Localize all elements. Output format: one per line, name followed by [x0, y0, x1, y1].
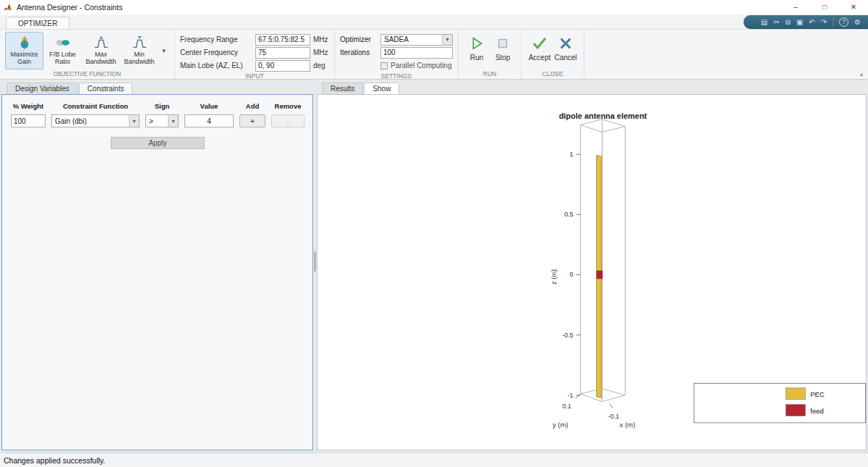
parallel-computing-checkbox[interactable] — [380, 62, 388, 70]
parallel-computing-label: Parallel Computing — [391, 62, 452, 70]
run-button[interactable]: Run — [465, 32, 488, 70]
tab-design-variables[interactable]: Design Variables — [7, 83, 78, 94]
display-panel: Results Show dipole antenna element — [317, 80, 868, 453]
constraints-panel: Design Variables Constraints % Weight Co… — [0, 80, 313, 453]
z-tick-0: 0 — [570, 271, 574, 278]
feed-point — [597, 271, 603, 279]
collapse-ribbon-icon[interactable]: ▴ — [860, 71, 863, 77]
run-icon — [469, 35, 485, 51]
maximize-button[interactable]: □ — [810, 0, 839, 14]
constraint-function-select[interactable]: Gain (dbi) ▾ — [51, 114, 140, 127]
max-bandwidth-button[interactable]: Max Bandwidth — [82, 32, 120, 70]
parallel-computing-option[interactable]: Parallel Computing — [380, 62, 453, 70]
y-axis-label: y (m) — [553, 421, 569, 429]
ribbon-tab-bar: OPTIMIZER ▤ ✂ ⧉ ▣ ↶ ↷ ? ⚙ — [0, 14, 868, 29]
chevron-down-icon: ▾ — [162, 47, 166, 54]
z-axis-ticks — [576, 154, 613, 408]
objective-gallery-dropdown-button[interactable]: ▾ — [158, 32, 169, 70]
apply-button[interactable]: Apply — [111, 137, 205, 149]
constraint-value-input[interactable] — [184, 114, 234, 127]
section-label-close: CLOSE — [527, 70, 579, 79]
header-weight: % Weight — [11, 102, 46, 110]
maximize-gain-label: Maximize Gain — [6, 51, 43, 66]
min-bandwidth-icon — [132, 35, 147, 50]
window-controls: – □ ✕ — [781, 0, 868, 14]
tab-show[interactable]: Show — [364, 83, 399, 94]
max-bandwidth-icon — [94, 35, 109, 50]
section-label-objective: OBJECTIVE FUNCTION — [5, 70, 169, 79]
copy-icon[interactable]: ⧉ — [786, 19, 791, 26]
sign-select[interactable]: > ▾ — [145, 114, 179, 127]
ribbon-toolstrip: Maximize Gain F/B Lobe Ratio Max Bandwid… — [0, 29, 868, 80]
window-title: Antenna Designer - Constraints — [17, 3, 123, 12]
stop-button[interactable]: Stop — [491, 32, 514, 70]
center-frequency-label: Center Frequency — [180, 49, 255, 56]
cut-icon[interactable]: ✂ — [773, 19, 779, 26]
min-bandwidth-button[interactable]: Min Bandwidth — [120, 32, 158, 70]
constraints-panel-body: % Weight Constraint Function Sign Value … — [1, 94, 313, 450]
redo-icon[interactable]: ↷ — [821, 19, 827, 26]
status-message: Changes applied successfully. — [4, 456, 105, 465]
optimizer-value: SADEA — [384, 35, 409, 43]
undo-icon[interactable]: ↶ — [809, 19, 814, 26]
center-frequency-input[interactable] — [255, 47, 310, 59]
add-constraint-button[interactable]: + — [239, 114, 265, 127]
legend-swatch-feed — [786, 405, 805, 416]
min-bandwidth-label: Min Bandwidth — [121, 51, 158, 66]
z-tick-1: 1 — [570, 151, 574, 158]
antenna-3d-plot[interactable]: dipole antenna element — [318, 95, 866, 450]
tab-optimizer[interactable]: OPTIMIZER — [6, 17, 69, 29]
remove-constraint-button[interactable]: - — [271, 114, 305, 127]
frequency-range-label: Frequency Range — [180, 35, 255, 43]
close-button[interactable]: ✕ — [839, 0, 868, 14]
z-axis-label: z (m) — [550, 269, 558, 285]
section-run: Run Stop RUN — [459, 30, 522, 79]
main-area: Design Variables Constraints % Weight Co… — [0, 80, 868, 453]
main-lobe-input[interactable] — [255, 60, 310, 72]
sign-value: > — [149, 117, 153, 125]
iterations-input[interactable] — [380, 47, 453, 59]
paste-icon[interactable]: ▣ — [796, 19, 803, 26]
section-close: Accept Cancel CLOSE — [522, 30, 584, 79]
help-icon[interactable]: ? — [839, 17, 848, 27]
center-frequency-unit: MHz — [310, 49, 329, 56]
section-label-settings: SETTINGS — [340, 72, 453, 81]
matlab-logo-icon — [4, 3, 13, 12]
constraints-table: % Weight Constraint Function Sign Value … — [2, 95, 312, 127]
maximize-gain-button[interactable]: Maximize Gain — [5, 32, 43, 70]
chevron-down-icon: ▾ — [129, 115, 139, 127]
fb-lobe-ratio-button[interactable]: F/B Lobe Ratio — [43, 32, 82, 70]
fb-lobe-ratio-icon — [56, 35, 70, 50]
accept-icon — [532, 35, 548, 51]
stop-label: Stop — [495, 54, 511, 62]
section-label-input: INPUT — [180, 72, 329, 81]
axes-box — [581, 119, 626, 402]
weight-input[interactable] — [11, 114, 46, 127]
z-tick-05: 0.5 — [564, 211, 573, 218]
stop-icon — [495, 35, 511, 51]
tab-constraints[interactable]: Constraints — [79, 83, 133, 94]
left-panel-tabs: Design Variables Constraints — [1, 81, 313, 94]
header-value: Value — [184, 102, 234, 110]
save-icon[interactable]: ▤ — [761, 19, 767, 26]
frequency-range-input[interactable] — [255, 34, 310, 46]
z-tick-n05: -0.5 — [562, 332, 573, 339]
tab-results[interactable]: Results — [322, 83, 363, 94]
frequency-range-unit: MHz — [310, 35, 329, 43]
z-tick-n1: -1 — [568, 392, 574, 399]
accept-button[interactable]: Accept — [528, 32, 551, 70]
cancel-button[interactable]: Cancel — [554, 32, 577, 70]
header-add: Add — [239, 102, 265, 110]
minimize-button[interactable]: – — [781, 0, 810, 14]
cancel-label: Cancel — [554, 54, 576, 62]
fb-lobe-ratio-label: F/B Lobe Ratio — [44, 51, 81, 66]
chevron-down-icon: ▾ — [442, 35, 452, 45]
y-tick-label: 0.1 — [562, 403, 571, 410]
gear-icon[interactable]: ⚙ — [854, 19, 861, 26]
panel-splitter[interactable] — [313, 80, 317, 453]
legend-label-feed: feed — [810, 407, 823, 415]
max-bandwidth-label: Max Bandwidth — [82, 51, 119, 66]
x-tick-label: -0.1 — [608, 413, 619, 420]
optimizer-select[interactable]: SADEA ▾ — [380, 34, 453, 46]
antenna-plot-area: dipole antenna element — [317, 94, 867, 450]
